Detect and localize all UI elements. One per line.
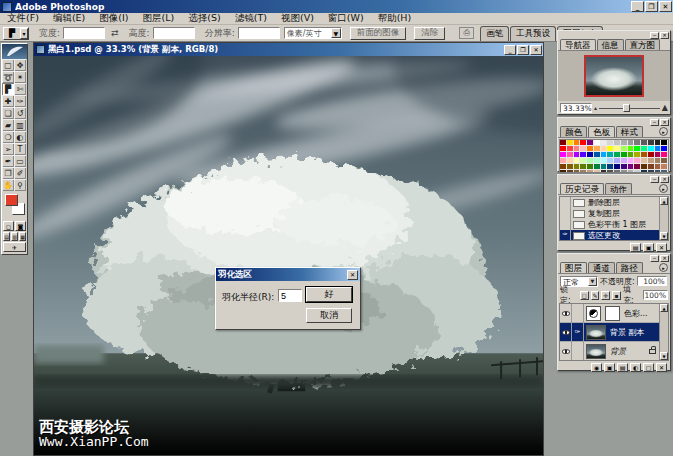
menu-item-3[interactable]: 图层(L) (136, 12, 182, 25)
menu-item-7[interactable]: 窗口(W) (321, 12, 371, 25)
layer-name[interactable]: 背景 (610, 346, 649, 357)
color-swatch[interactable] (574, 170, 581, 173)
scroll-down-icon[interactable]: ▼ (660, 232, 668, 240)
feather-radius-input[interactable] (278, 289, 302, 302)
new-document-from-state-icon[interactable]: ▤ (630, 243, 641, 252)
panel-menu-icon[interactable]: ▸ (659, 263, 668, 272)
eye-icon[interactable] (562, 349, 570, 354)
close-button[interactable]: ✕ (659, 1, 672, 12)
delete-state-icon[interactable]: ✕ (656, 243, 667, 252)
tab-色板[interactable]: 色板 (588, 126, 615, 137)
lock-all-icon[interactable]: ▪ (612, 291, 621, 300)
tab-通道[interactable]: 通道 (588, 262, 615, 273)
document-titlebar[interactable]: 黑白1.psd @ 33.3% (背景 副本, RGB/8) _ ❐ ✕ (34, 43, 543, 56)
history-item-3[interactable]: ✑选区更改 (560, 230, 668, 241)
restore-button[interactable]: ❐ (645, 1, 658, 12)
opacity-field[interactable]: 100% (637, 276, 667, 286)
tab-图层[interactable]: 图层 (560, 262, 587, 273)
layer-thumbnail[interactable] (586, 325, 606, 340)
crop-tool-icon[interactable]: ▛ (2, 83, 14, 95)
panel-close-button[interactable]: ✕ (660, 119, 669, 126)
chevron-down-icon[interactable]: ▼ (331, 28, 341, 38)
dialog-close-button[interactable]: ✕ (347, 270, 358, 280)
doc-restore-button[interactable]: ❐ (517, 45, 529, 55)
image-canvas[interactable]: 西安摄影论坛 Www.XianPP.Com (34, 56, 543, 455)
color-swatch[interactable] (587, 170, 594, 173)
layer-row-0[interactable]: 色彩... (560, 304, 668, 323)
panel-menu-icon[interactable]: ▸ (659, 127, 668, 136)
ok-button[interactable]: 好 (306, 287, 352, 302)
color-swatch[interactable] (634, 170, 641, 173)
foreground-color-swatch[interactable] (5, 194, 18, 206)
new-adjustment-layer-icon[interactable]: ◐ (630, 363, 641, 372)
color-swatch[interactable] (614, 170, 621, 173)
doc-close-button[interactable]: ✕ (530, 45, 542, 55)
new-group-icon[interactable]: ▤ (617, 363, 628, 372)
chevron-down-icon[interactable]: ▾ (20, 28, 28, 39)
zoom-in-icon[interactable]: ▲ (662, 103, 668, 112)
color-swatch[interactable] (661, 170, 668, 173)
fill-field[interactable]: 100% (643, 290, 668, 300)
standard-mode-button[interactable]: ◻ (3, 221, 14, 231)
brush-tool-icon[interactable]: ✑ (14, 95, 26, 107)
lasso-tool-icon[interactable]: ➰ (2, 71, 14, 83)
panel-close-button[interactable]: ✕ (660, 176, 669, 183)
menu-item-5[interactable]: 滤镜(T) (228, 12, 274, 25)
height-input[interactable] (153, 27, 195, 39)
pen-tool-icon[interactable]: ✒ (2, 155, 14, 167)
eye-icon[interactable] (562, 330, 570, 335)
healing-brush-tool-icon[interactable]: ✚ (2, 95, 14, 107)
blur-tool-icon[interactable]: ❍ (2, 131, 14, 143)
palette-well-tab-0[interactable]: 画笔 (480, 26, 509, 41)
palette-well-tab-1[interactable]: 工具预设 (510, 26, 556, 41)
visibility-well[interactable] (560, 304, 572, 323)
tab-历史记录[interactable]: 历史记录 (560, 183, 604, 194)
dodge-tool-icon[interactable]: ◐ (14, 131, 26, 143)
layer-thumbnail[interactable] (586, 344, 606, 359)
history-item-0[interactable]: 删除图层 (560, 197, 668, 208)
fullscreen-menubar-button[interactable]: ▥ (11, 232, 18, 241)
lock-paint-icon[interactable]: ✎ (591, 291, 600, 300)
chevron-down-icon[interactable]: ▼ (588, 277, 597, 286)
tab-信息[interactable]: 信息 (597, 39, 624, 50)
panel-minimize-button[interactable]: ─ (650, 255, 659, 262)
menu-item-6[interactable]: 视图(V) (274, 12, 321, 25)
lock-move-icon[interactable]: ✛ (601, 291, 610, 300)
slider-thumb[interactable] (623, 104, 630, 112)
eyedropper-tool-icon[interactable]: ✐ (14, 167, 26, 179)
quick-mask-mode-button[interactable]: ◙ (15, 221, 26, 231)
dialog-titlebar[interactable]: 羽化选区 ✕ (216, 268, 360, 281)
move-tool-icon[interactable]: ✥ (14, 59, 26, 71)
layer-mask-thumbnail[interactable] (605, 306, 620, 321)
menu-item-0[interactable]: 文件(F) (0, 12, 46, 25)
history-brush-well[interactable] (560, 197, 571, 208)
tab-样式[interactable]: 样式 (616, 126, 643, 137)
color-swatch[interactable] (594, 170, 601, 173)
panel-minimize-button[interactable]: ─ (650, 119, 659, 126)
menu-item-8[interactable]: 帮助(H) (371, 12, 419, 25)
history-brush-tool-icon[interactable]: ↺ (14, 107, 26, 119)
zoom-out-icon[interactable]: ▴ (594, 104, 597, 111)
tab-导航器[interactable]: 导航器 (560, 39, 596, 50)
fullscreen-button[interactable]: ▦ (19, 232, 26, 241)
panel-menu-icon[interactable]: ▸ (659, 184, 668, 193)
gradient-tool-icon[interactable]: ▥ (14, 119, 26, 131)
resolution-unit-select[interactable]: 像素/英寸 ▼ (284, 27, 342, 39)
history-brush-well[interactable]: ✑ (560, 230, 571, 241)
swap-dimensions-icon[interactable]: ⇄ (111, 28, 119, 38)
menu-item-2[interactable]: 图像(I) (92, 12, 135, 25)
path-select-tool-icon[interactable]: ➢ (2, 143, 14, 155)
visibility-well[interactable] (560, 342, 572, 361)
rect-marquee-tool-icon[interactable]: ▢ (2, 59, 14, 71)
color-swatch[interactable] (607, 170, 614, 173)
tab-路径[interactable]: 路径 (616, 262, 643, 273)
color-swatch[interactable] (567, 170, 574, 173)
new-snapshot-icon[interactable]: ▣ (643, 243, 654, 252)
navigator-zoom-field[interactable]: 33.33% (560, 103, 592, 113)
color-swatch[interactable] (628, 170, 635, 173)
clear-button[interactable]: 清除 (414, 27, 445, 40)
layer-style-icon[interactable]: ◉ (591, 363, 602, 372)
new-layer-icon[interactable]: ▢ (643, 363, 654, 372)
layer-row-1[interactable]: ✑背景 副本 (560, 323, 668, 342)
history-scrollbar[interactable]: ▲▼ (659, 197, 668, 240)
